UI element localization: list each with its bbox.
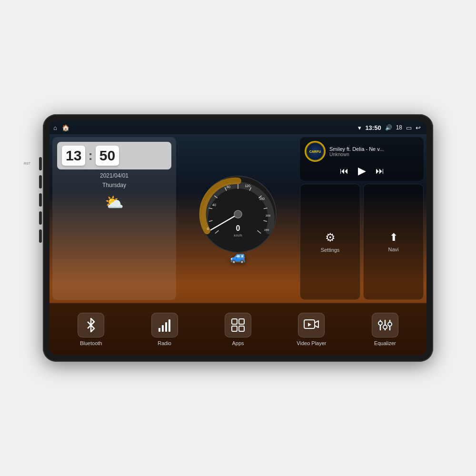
center-panel: 0 40 80 120 160 200 240 0 km/h <box>179 137 297 300</box>
quick-buttons: ⚙ Settings ⬆ Navi <box>300 184 424 300</box>
music-top: CARFU Smiley ft. Delia - Ne v... Unknown <box>305 141 419 162</box>
svg-text:200: 200 <box>266 214 271 217</box>
svg-point-36 <box>383 325 387 329</box>
album-art: CARFU <box>305 141 326 162</box>
svg-rect-28 <box>239 319 244 324</box>
svg-text:0: 0 <box>207 227 209 231</box>
svg-rect-30 <box>239 326 244 331</box>
radio-icon-wrap <box>151 313 178 337</box>
speedometer: 0 40 80 120 160 200 240 0 km/h <box>198 174 278 255</box>
svg-text:0: 0 <box>236 224 240 232</box>
svg-rect-23 <box>159 328 160 332</box>
prev-button[interactable]: ⏮ <box>340 166 348 176</box>
settings-label: Settings <box>321 247 340 253</box>
apps-icon-wrap <box>225 313 251 337</box>
side-button-group: RST <box>39 143 42 243</box>
right-panel: CARFU Smiley ft. Delia - Ne v... Unknown… <box>300 137 424 300</box>
power-button[interactable] <box>39 157 42 170</box>
svg-point-38 <box>388 322 392 326</box>
svg-rect-29 <box>232 326 237 331</box>
svg-rect-24 <box>162 325 164 332</box>
clock-widget: 13 : 50 <box>57 142 171 169</box>
status-left: ⌂ 🏠 <box>53 124 69 131</box>
car-icon: 🚙 <box>230 250 247 263</box>
apps-button[interactable]: Apps <box>201 313 275 346</box>
svg-text:40: 40 <box>212 203 216 207</box>
clock-colon: : <box>88 148 92 163</box>
svg-text:km/h: km/h <box>234 233 242 238</box>
music-info: Smiley ft. Delia - Ne v... Unknown <box>329 146 419 157</box>
navi-button[interactable]: ⬆ Navi <box>363 184 424 300</box>
bottom-bar: Bluetooth Radio <box>50 303 426 355</box>
status-time: 13:50 <box>365 124 381 131</box>
battery-icon: ▭ <box>406 124 412 131</box>
bluetooth-icon <box>84 318 98 332</box>
video-player-label: Video Player <box>297 340 326 346</box>
equalizer-icon-wrap <box>372 313 398 337</box>
house-icon[interactable]: 🏠 <box>62 124 69 131</box>
apps-label: Apps <box>232 340 244 346</box>
settings-button[interactable]: ⚙ Settings <box>300 184 360 300</box>
navi-label: Navi <box>388 247 398 252</box>
screen: ⌂ 🏠 ▾ 13:50 🔊 18 ▭ ↩ 13 : 50 2021/04/01 … <box>50 121 426 355</box>
video-player-button[interactable]: Video Player <box>275 313 348 346</box>
home-icon[interactable]: ⌂ <box>53 124 57 131</box>
clock-hours: 13 <box>62 146 85 166</box>
equalizer-icon <box>378 318 392 332</box>
status-bar: ⌂ 🏠 ▾ 13:50 🔊 18 ▭ ↩ <box>50 121 426 134</box>
left-panel: 13 : 50 2021/04/01 Thursday ⛅ <box>52 137 176 300</box>
svg-rect-25 <box>165 322 167 332</box>
back-button[interactable] <box>39 193 42 207</box>
equalizer-label: Equalizer <box>374 340 396 346</box>
radio-label: Radio <box>158 340 171 346</box>
weather-widget: ⛅ <box>57 191 171 213</box>
home-button[interactable] <box>39 175 42 188</box>
music-artist: Unknown <box>329 152 419 157</box>
svg-marker-32 <box>308 323 311 327</box>
next-button[interactable]: ⏭ <box>376 166 384 176</box>
svg-text:240: 240 <box>264 228 269 231</box>
music-title: Smiley ft. Delia - Ne v... <box>329 146 419 152</box>
equalizer-button[interactable]: Equalizer <box>348 313 422 346</box>
svg-text:160: 160 <box>259 197 265 200</box>
svg-text:120: 120 <box>245 184 250 188</box>
main-content: 13 : 50 2021/04/01 Thursday ⛅ <box>50 134 426 303</box>
volume-icon: 🔊 <box>385 124 392 131</box>
music-controls: ⏮ ▶ ⏭ <box>305 165 419 177</box>
bluetooth-label: Bluetooth <box>80 340 102 346</box>
music-widget: CARFU Smiley ft. Delia - Ne v... Unknown… <box>300 137 424 181</box>
settings-icon: ⚙ <box>325 231 336 244</box>
apps-icon <box>231 318 245 332</box>
bluetooth-icon-wrap <box>78 313 104 337</box>
clock-minutes: 50 <box>96 146 119 166</box>
svg-text:80: 80 <box>227 185 230 188</box>
video-icon-wrap <box>298 313 325 337</box>
rst-label: RST <box>24 162 30 165</box>
day-display: Thursday <box>57 182 171 188</box>
video-player-icon <box>304 318 319 332</box>
radio-button[interactable]: Radio <box>128 313 201 346</box>
svg-rect-26 <box>169 319 170 332</box>
play-button[interactable]: ▶ <box>358 165 366 177</box>
svg-point-20 <box>234 210 242 218</box>
back-icon[interactable]: ↩ <box>416 124 421 131</box>
wifi-icon: ▾ <box>358 124 361 131</box>
svg-point-34 <box>378 321 382 325</box>
weather-icon: ⛅ <box>105 193 124 211</box>
car-head-unit: RST ⌂ 🏠 ▾ 13:50 🔊 18 ▭ ↩ 13 <box>43 114 433 362</box>
radio-icon <box>158 318 172 332</box>
volume-level: 18 <box>396 124 402 131</box>
navi-icon: ⬆ <box>389 231 398 244</box>
svg-rect-27 <box>232 319 237 324</box>
vol-up-button[interactable] <box>39 211 42 225</box>
vol-down-button[interactable] <box>39 229 42 243</box>
date-display: 2021/04/01 <box>57 172 171 179</box>
bluetooth-button[interactable]: Bluetooth <box>54 313 128 346</box>
